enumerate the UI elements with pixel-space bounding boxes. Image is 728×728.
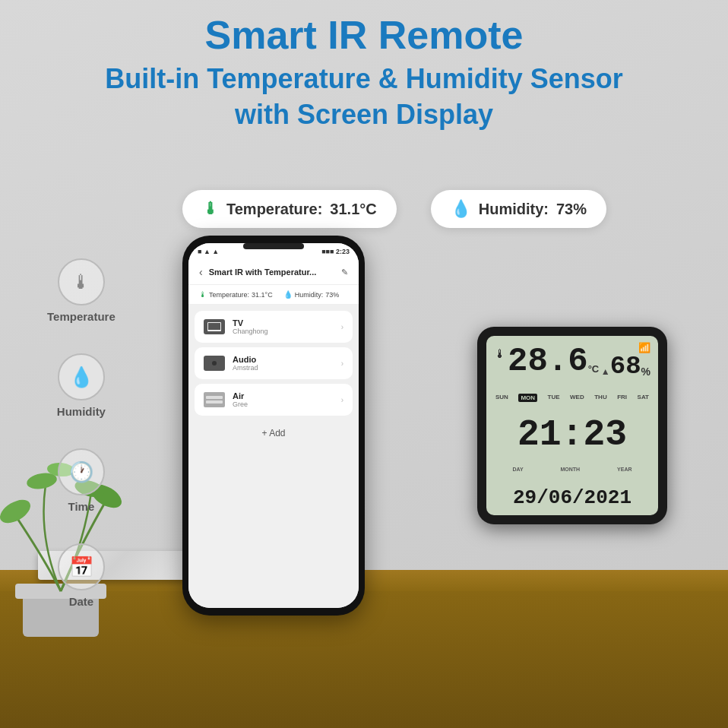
- audio-info: Audio Amstrad: [233, 355, 334, 372]
- thermometer-icon: 🌡: [202, 199, 219, 219]
- day-mon: MON: [518, 394, 537, 402]
- svg-rect-13: [206, 396, 223, 399]
- device-row-tv[interactable]: TV Changhong ›: [195, 311, 353, 343]
- label-day: DAY: [512, 467, 523, 472]
- device-date-labels: DAY MONTH YEAR: [494, 467, 650, 472]
- device-thermo-icon: 🌡: [494, 347, 506, 361]
- phone-sensor-temp: 🌡 Temperature: 31.1°C: [199, 290, 273, 299]
- day-wed: WED: [570, 394, 584, 402]
- air-brand: Gree: [233, 400, 334, 408]
- sidebar-date-label: Date: [69, 595, 94, 608]
- day-sat: SAT: [638, 394, 649, 402]
- temp-value: 31.1°C: [330, 201, 376, 218]
- device-date-value: 29/06/2021: [513, 486, 631, 509]
- audio-name: Audio: [233, 355, 334, 364]
- sidebar-item-temperature: 🌡 Temperature: [47, 258, 116, 323]
- air-arrow-icon: ›: [341, 396, 343, 404]
- device-temp-unit: °C: [588, 363, 600, 375]
- tv-brand: Changhong: [233, 328, 334, 335]
- humidity-circle-icon: 💧: [58, 353, 105, 400]
- sidebar-temperature-label: Temperature: [47, 310, 116, 323]
- label-year: YEAR: [617, 467, 631, 472]
- audio-brand: Amstrad: [233, 364, 334, 372]
- air-icon: [204, 392, 225, 407]
- device-row-air[interactable]: Air Gree ›: [195, 384, 353, 416]
- date-circle-icon: 📅: [58, 543, 105, 590]
- label-month: MONTH: [561, 467, 581, 472]
- subtitle-line1: Built-in Temperature & Humidity Sensor: [105, 63, 622, 94]
- tv-icon: [204, 319, 225, 334]
- device-hum-unit: %: [641, 366, 650, 378]
- device-outer: 🌡 28.6 °C 📶 ▲ 68 % SUN: [477, 327, 667, 524]
- status-right: ■■■ 2:23: [321, 248, 350, 255]
- phone-notch: [243, 243, 304, 249]
- page-subtitle: Built-in Temperature & Humidity Sensor w…: [0, 62, 728, 133]
- hum-value: 73%: [556, 201, 587, 218]
- add-device-button[interactable]: + Add: [195, 420, 353, 446]
- time-circle-icon: 🕐: [58, 448, 105, 495]
- sidebar: 🌡 Temperature 💧 Humidity 🕐 Time 📅 Date: [47, 258, 116, 608]
- phone-device-list: TV Changhong › Audio Amstrad ›: [188, 305, 359, 608]
- phone-hum-value: 73%: [325, 291, 339, 299]
- svg-rect-14: [206, 400, 223, 404]
- sidebar-item-humidity: 💧 Humidity: [47, 353, 116, 418]
- device-hum-value: 68: [610, 353, 641, 379]
- subtitle-line2: with Screen Display: [235, 99, 493, 130]
- phone-hum-label: Humidity:: [295, 291, 324, 299]
- air-info: Air Gree: [233, 391, 334, 408]
- sidebar-humidity-label: Humidity: [57, 405, 106, 418]
- phone-sensor-hum: 💧 Humidity: 73%: [283, 290, 340, 299]
- page-title: Smart IR Remote: [0, 14, 728, 57]
- device-time-display: 21:23: [494, 416, 650, 453]
- sidebar-item-date: 📅 Date: [47, 543, 116, 608]
- day-tue: TUE: [548, 394, 560, 402]
- add-label: + Add: [261, 428, 285, 438]
- back-icon[interactable]: ‹: [199, 266, 203, 278]
- temperature-bubble: 🌡 Temperature: 31.1°C: [182, 190, 397, 228]
- device-days-row: SUN MON TUE WED THU FRI SAT: [494, 394, 650, 402]
- device-row-temp-hum: 🌡 28.6 °C 📶 ▲ 68 %: [494, 342, 650, 379]
- svg-rect-10: [208, 323, 220, 330]
- day-thu: THU: [594, 394, 606, 402]
- tv-info: TV Changhong: [233, 318, 334, 335]
- audio-arrow-icon: ›: [341, 359, 343, 368]
- day-sun: SUN: [495, 394, 508, 402]
- device-row-audio[interactable]: Audio Amstrad ›: [195, 347, 353, 379]
- device-time-value: 21:23: [518, 414, 627, 455]
- phone-outer: ■ ▲ ▲ ■■■ 2:23 ‹ Smart IR with Temperatu…: [182, 236, 365, 616]
- phone-temp-label: Temperature:: [209, 291, 249, 299]
- phone: ■ ▲ ▲ ■■■ 2:23 ‹ Smart IR with Temperatu…: [182, 236, 365, 616]
- phone-screen: ■ ▲ ▲ ■■■ 2:23 ‹ Smart IR with Temperatu…: [188, 243, 359, 608]
- hum-label: Humidity:: [479, 201, 549, 218]
- device-date-display: 29/06/2021: [494, 486, 650, 509]
- sidebar-time-label: Time: [68, 500, 95, 513]
- tv-arrow-icon: ›: [341, 323, 343, 331]
- device-temp-value: 28.6: [508, 344, 588, 378]
- edit-icon[interactable]: ✎: [341, 267, 348, 277]
- humidity-bubble: 💧 Humidity: 73%: [431, 190, 606, 228]
- phone-sensor-bar: 🌡 Temperature: 31.1°C 💧 Humidity: 73%: [188, 285, 359, 305]
- phone-temp-value: 31.1°C: [252, 291, 273, 299]
- phone-thermo-icon: 🌡: [199, 290, 207, 299]
- sidebar-item-time: 🕐 Time: [47, 448, 116, 513]
- humidity-icon: 💧: [451, 199, 471, 219]
- svg-point-4: [0, 495, 34, 528]
- header: Smart IR Remote Built-in Temperature & H…: [0, 14, 728, 133]
- lcd-device: 🌡 28.6 °C 📶 ▲ 68 % SUN: [477, 327, 667, 524]
- phone-hum-icon: 💧: [283, 290, 293, 299]
- temperature-circle-icon: 🌡: [58, 258, 105, 305]
- phone-nav-title: Smart IR with Temperatur...: [209, 267, 335, 277]
- phone-nav-bar: ‹ Smart IR with Temperatur... ✎: [188, 260, 359, 285]
- device-screen: 🌡 28.6 °C 📶 ▲ 68 % SUN: [486, 336, 658, 515]
- day-fri: FRI: [617, 394, 627, 402]
- audio-icon: [204, 356, 225, 371]
- tv-name: TV: [233, 318, 334, 328]
- temp-label: Temperature:: [226, 201, 322, 218]
- air-name: Air: [233, 391, 334, 400]
- svg-point-12: [212, 361, 217, 366]
- status-left: ■ ▲ ▲: [198, 248, 219, 255]
